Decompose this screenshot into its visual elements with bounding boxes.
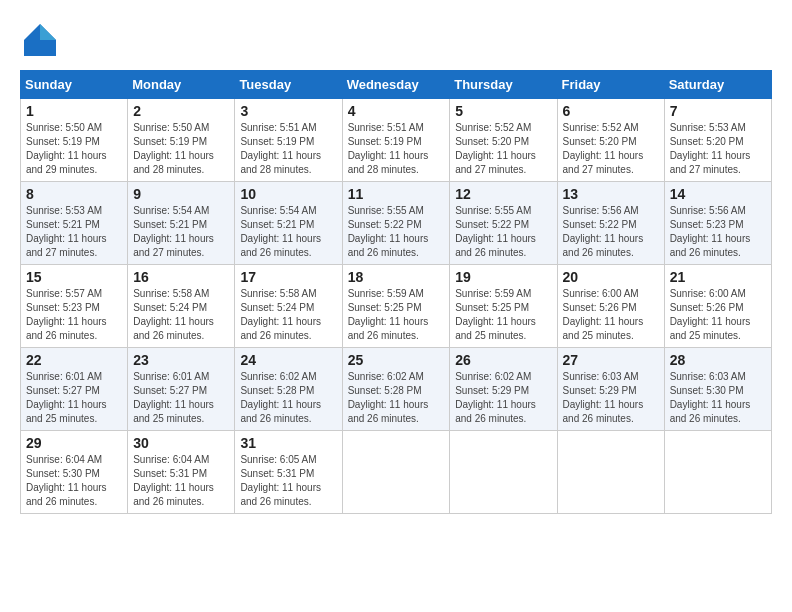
calendar-cell: 6Sunrise: 5:52 AM Sunset: 5:20 PM Daylig… [557, 99, 664, 182]
day-detail: Sunrise: 5:55 AM Sunset: 5:22 PM Dayligh… [348, 204, 445, 260]
day-number: 18 [348, 269, 445, 285]
calendar-cell: 28Sunrise: 6:03 AM Sunset: 5:30 PM Dayli… [664, 348, 771, 431]
calendar-cell: 29Sunrise: 6:04 AM Sunset: 5:30 PM Dayli… [21, 431, 128, 514]
calendar-cell: 14Sunrise: 5:56 AM Sunset: 5:23 PM Dayli… [664, 182, 771, 265]
day-detail: Sunrise: 6:03 AM Sunset: 5:29 PM Dayligh… [563, 370, 659, 426]
day-detail: Sunrise: 5:53 AM Sunset: 5:21 PM Dayligh… [26, 204, 122, 260]
day-detail: Sunrise: 5:50 AM Sunset: 5:19 PM Dayligh… [133, 121, 229, 177]
calendar-table: SundayMondayTuesdayWednesdayThursdayFrid… [20, 70, 772, 514]
day-number: 8 [26, 186, 122, 202]
day-detail: Sunrise: 6:04 AM Sunset: 5:31 PM Dayligh… [133, 453, 229, 509]
day-number: 16 [133, 269, 229, 285]
calendar-cell: 19Sunrise: 5:59 AM Sunset: 5:25 PM Dayli… [450, 265, 557, 348]
day-number: 17 [240, 269, 336, 285]
day-detail: Sunrise: 5:59 AM Sunset: 5:25 PM Dayligh… [455, 287, 551, 343]
calendar-cell: 21Sunrise: 6:00 AM Sunset: 5:26 PM Dayli… [664, 265, 771, 348]
calendar-cell: 22Sunrise: 6:01 AM Sunset: 5:27 PM Dayli… [21, 348, 128, 431]
day-detail: Sunrise: 5:58 AM Sunset: 5:24 PM Dayligh… [240, 287, 336, 343]
calendar-cell: 23Sunrise: 6:01 AM Sunset: 5:27 PM Dayli… [128, 348, 235, 431]
calendar-cell: 7Sunrise: 5:53 AM Sunset: 5:20 PM Daylig… [664, 99, 771, 182]
day-detail: Sunrise: 6:02 AM Sunset: 5:28 PM Dayligh… [348, 370, 445, 426]
calendar-cell: 3Sunrise: 5:51 AM Sunset: 5:19 PM Daylig… [235, 99, 342, 182]
day-detail: Sunrise: 5:52 AM Sunset: 5:20 PM Dayligh… [563, 121, 659, 177]
calendar-cell [450, 431, 557, 514]
calendar-cell [557, 431, 664, 514]
calendar-week-4: 22Sunrise: 6:01 AM Sunset: 5:27 PM Dayli… [21, 348, 772, 431]
day-detail: Sunrise: 5:51 AM Sunset: 5:19 PM Dayligh… [240, 121, 336, 177]
day-number: 29 [26, 435, 122, 451]
day-detail: Sunrise: 5:59 AM Sunset: 5:25 PM Dayligh… [348, 287, 445, 343]
calendar-cell: 1Sunrise: 5:50 AM Sunset: 5:19 PM Daylig… [21, 99, 128, 182]
calendar-cell [342, 431, 450, 514]
calendar-header-tuesday: Tuesday [235, 71, 342, 99]
calendar-cell: 24Sunrise: 6:02 AM Sunset: 5:28 PM Dayli… [235, 348, 342, 431]
day-detail: Sunrise: 5:58 AM Sunset: 5:24 PM Dayligh… [133, 287, 229, 343]
day-detail: Sunrise: 5:55 AM Sunset: 5:22 PM Dayligh… [455, 204, 551, 260]
svg-marker-2 [24, 40, 40, 56]
calendar-cell: 10Sunrise: 5:54 AM Sunset: 5:21 PM Dayli… [235, 182, 342, 265]
calendar-cell: 15Sunrise: 5:57 AM Sunset: 5:23 PM Dayli… [21, 265, 128, 348]
calendar-cell [664, 431, 771, 514]
logo-icon [20, 20, 60, 60]
day-number: 30 [133, 435, 229, 451]
day-number: 3 [240, 103, 336, 119]
day-number: 22 [26, 352, 122, 368]
calendar-cell: 2Sunrise: 5:50 AM Sunset: 5:19 PM Daylig… [128, 99, 235, 182]
calendar-header-saturday: Saturday [664, 71, 771, 99]
day-number: 27 [563, 352, 659, 368]
calendar-cell: 26Sunrise: 6:02 AM Sunset: 5:29 PM Dayli… [450, 348, 557, 431]
calendar-cell: 11Sunrise: 5:55 AM Sunset: 5:22 PM Dayli… [342, 182, 450, 265]
day-number: 19 [455, 269, 551, 285]
day-number: 15 [26, 269, 122, 285]
day-number: 24 [240, 352, 336, 368]
calendar-cell: 5Sunrise: 5:52 AM Sunset: 5:20 PM Daylig… [450, 99, 557, 182]
day-number: 4 [348, 103, 445, 119]
calendar-cell: 18Sunrise: 5:59 AM Sunset: 5:25 PM Dayli… [342, 265, 450, 348]
calendar-week-2: 8Sunrise: 5:53 AM Sunset: 5:21 PM Daylig… [21, 182, 772, 265]
calendar-week-1: 1Sunrise: 5:50 AM Sunset: 5:19 PM Daylig… [21, 99, 772, 182]
calendar-header-monday: Monday [128, 71, 235, 99]
calendar-cell: 25Sunrise: 6:02 AM Sunset: 5:28 PM Dayli… [342, 348, 450, 431]
day-detail: Sunrise: 5:56 AM Sunset: 5:22 PM Dayligh… [563, 204, 659, 260]
day-number: 23 [133, 352, 229, 368]
day-number: 11 [348, 186, 445, 202]
calendar-cell: 9Sunrise: 5:54 AM Sunset: 5:21 PM Daylig… [128, 182, 235, 265]
page-header [20, 20, 772, 60]
day-number: 6 [563, 103, 659, 119]
calendar-cell: 16Sunrise: 5:58 AM Sunset: 5:24 PM Dayli… [128, 265, 235, 348]
day-number: 28 [670, 352, 766, 368]
calendar-cell: 20Sunrise: 6:00 AM Sunset: 5:26 PM Dayli… [557, 265, 664, 348]
day-number: 25 [348, 352, 445, 368]
day-detail: Sunrise: 5:52 AM Sunset: 5:20 PM Dayligh… [455, 121, 551, 177]
calendar-week-3: 15Sunrise: 5:57 AM Sunset: 5:23 PM Dayli… [21, 265, 772, 348]
day-number: 20 [563, 269, 659, 285]
calendar-header-friday: Friday [557, 71, 664, 99]
day-number: 9 [133, 186, 229, 202]
calendar-week-5: 29Sunrise: 6:04 AM Sunset: 5:30 PM Dayli… [21, 431, 772, 514]
day-detail: Sunrise: 5:53 AM Sunset: 5:20 PM Dayligh… [670, 121, 766, 177]
day-detail: Sunrise: 5:54 AM Sunset: 5:21 PM Dayligh… [240, 204, 336, 260]
calendar-cell: 4Sunrise: 5:51 AM Sunset: 5:19 PM Daylig… [342, 99, 450, 182]
day-number: 10 [240, 186, 336, 202]
day-number: 21 [670, 269, 766, 285]
day-detail: Sunrise: 5:51 AM Sunset: 5:19 PM Dayligh… [348, 121, 445, 177]
day-detail: Sunrise: 6:00 AM Sunset: 5:26 PM Dayligh… [563, 287, 659, 343]
calendar-cell: 27Sunrise: 6:03 AM Sunset: 5:29 PM Dayli… [557, 348, 664, 431]
calendar-header-sunday: Sunday [21, 71, 128, 99]
day-detail: Sunrise: 6:01 AM Sunset: 5:27 PM Dayligh… [133, 370, 229, 426]
logo [20, 20, 66, 60]
day-detail: Sunrise: 5:56 AM Sunset: 5:23 PM Dayligh… [670, 204, 766, 260]
calendar-body: 1Sunrise: 5:50 AM Sunset: 5:19 PM Daylig… [21, 99, 772, 514]
day-number: 31 [240, 435, 336, 451]
calendar-cell: 13Sunrise: 5:56 AM Sunset: 5:22 PM Dayli… [557, 182, 664, 265]
day-number: 14 [670, 186, 766, 202]
calendar-cell: 31Sunrise: 6:05 AM Sunset: 5:31 PM Dayli… [235, 431, 342, 514]
day-detail: Sunrise: 6:02 AM Sunset: 5:28 PM Dayligh… [240, 370, 336, 426]
day-detail: Sunrise: 5:57 AM Sunset: 5:23 PM Dayligh… [26, 287, 122, 343]
day-detail: Sunrise: 6:01 AM Sunset: 5:27 PM Dayligh… [26, 370, 122, 426]
day-number: 5 [455, 103, 551, 119]
day-detail: Sunrise: 5:54 AM Sunset: 5:21 PM Dayligh… [133, 204, 229, 260]
day-detail: Sunrise: 6:05 AM Sunset: 5:31 PM Dayligh… [240, 453, 336, 509]
day-detail: Sunrise: 6:04 AM Sunset: 5:30 PM Dayligh… [26, 453, 122, 509]
day-number: 12 [455, 186, 551, 202]
